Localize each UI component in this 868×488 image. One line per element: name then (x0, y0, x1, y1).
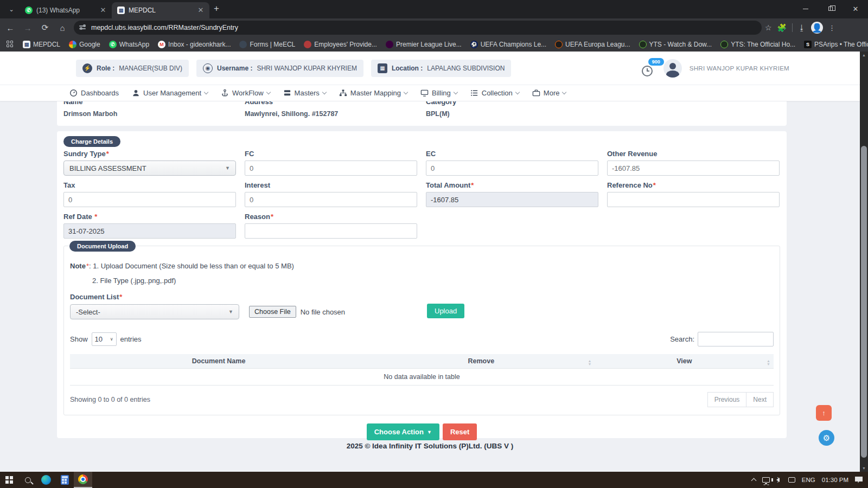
back-icon[interactable]: ← (3, 21, 17, 35)
bookmark-label: Forms | MeECL (250, 41, 295, 48)
entries-per-page-select[interactable]: 10∨ (92, 332, 117, 346)
column-header-remove[interactable]: Remove▲▼ (367, 357, 595, 365)
previous-page-button[interactable]: Previous (707, 392, 747, 407)
session-timer[interactable]: 900 (642, 60, 656, 76)
action-center-icon[interactable] (855, 477, 863, 483)
nav-user-management[interactable]: User Management (126, 85, 213, 101)
other-revenue-input[interactable] (607, 160, 780, 176)
site-settings-icon[interactable] (79, 24, 87, 31)
nav-billing[interactable]: Billing (415, 85, 463, 101)
scrollbar-down-arrow[interactable]: ▼ (860, 465, 868, 472)
tab-mepdcl[interactable]: ▤ MEPDCL ✕ (112, 2, 209, 18)
hidden-icons-chevron[interactable] (751, 478, 756, 484)
scrollbar-thumb[interactable] (861, 146, 867, 458)
sundry-entry-card: Charge Details Sundry Type* BILLING ASSE… (57, 131, 787, 438)
language-indicator[interactable]: ENG (802, 477, 815, 483)
close-tab-icon[interactable]: ✕ (99, 6, 107, 15)
close-window-button[interactable]: ✕ (843, 0, 868, 17)
home-icon[interactable]: ⌂ (55, 21, 69, 35)
search-input[interactable] (698, 332, 774, 346)
role-label: Role : (97, 65, 114, 72)
bookmark-star-icon[interactable]: ☆ (765, 23, 772, 32)
download-icon[interactable]: ⭳ (798, 23, 806, 32)
apps-grid-icon[interactable] (7, 41, 13, 48)
bookmark-label: Google (79, 41, 100, 48)
taskbar-search-icon[interactable] (18, 472, 37, 488)
column-header-view[interactable]: View▲▼ (595, 357, 774, 365)
consumer-name-field: Name Drimson Marboh (63, 101, 236, 118)
document-upload-badge: Document Upload (69, 241, 136, 252)
calculator-icon[interactable] (55, 472, 74, 488)
nav-masters[interactable]: Masters (278, 85, 331, 101)
chevron-down-icon: ∨ (110, 337, 113, 342)
bookmark-mepdcl[interactable]: ▤MEPDCL (20, 40, 63, 49)
upload-controls: -Select-▼ Choose File No file chosen Upl… (70, 304, 774, 320)
forward-icon[interactable]: → (21, 21, 35, 35)
bookmark-uefa-el[interactable]: UEFA Europa Leagu... (552, 40, 633, 49)
header-right: 900 SHRI WANJOP KUPAR KHYRIEM (642, 59, 789, 78)
interest-input[interactable] (245, 192, 417, 207)
bookmark-inbox[interactable]: MInbox - gideonkhark... (155, 40, 234, 49)
fc-input[interactable] (245, 160, 417, 176)
chevron-down-icon (266, 90, 270, 94)
bookmark-google[interactable]: Google (66, 40, 104, 49)
next-page-button[interactable]: Next (746, 392, 774, 407)
display-icon[interactable] (788, 477, 795, 483)
start-button[interactable] (0, 472, 18, 488)
settings-gear-button[interactable]: ⚙ (819, 430, 834, 446)
chevron-down-icon (404, 90, 408, 94)
page-scrollbar[interactable]: ▲ ▼ (860, 52, 868, 472)
chevron-down-icon (204, 90, 208, 94)
bookmark-forms-meecl[interactable]: Forms | MeECL (236, 40, 298, 49)
restore-button[interactable] (818, 0, 843, 17)
close-tab-icon[interactable]: ✕ (196, 6, 205, 15)
bookmark-psarips[interactable]: SPSArips • The Offici... (801, 40, 868, 49)
bookmark-yts-2[interactable]: YTS: The Official Ho... (717, 40, 799, 49)
clock-time[interactable]: 01:30 PM (822, 477, 848, 483)
tab-search-chevron-icon[interactable]: ⌄ (4, 2, 18, 16)
choose-file-button[interactable]: Choose File (249, 306, 296, 318)
briefcase-icon (532, 89, 540, 97)
column-header-document-name[interactable]: Document Name (70, 357, 367, 365)
bookmark-premier-league[interactable]: Premier League Live... (382, 40, 465, 49)
tab-whatsapp[interactable]: ✆ (13) WhatsApp ✕ (20, 2, 112, 18)
bookmark-whatsapp[interactable]: ✆WhatsApp (106, 40, 152, 49)
avatar[interactable] (663, 59, 682, 78)
sundry-type-select[interactable]: BILLING ASSESSMENT▼ (63, 160, 236, 176)
scroll-to-top-button[interactable]: ↑ (816, 405, 832, 421)
scrollbar-up-arrow[interactable]: ▲ (860, 52, 868, 59)
app-header: ⚡ Role : MANAGER(SUB DIV) ◉ Username : S… (0, 52, 860, 85)
nav-label: Collection (482, 89, 513, 97)
nav-collection[interactable]: Collection (465, 85, 525, 101)
nav-more[interactable]: More (527, 85, 572, 101)
edge-icon[interactable] (37, 472, 55, 488)
volume-icon[interactable] (776, 478, 780, 482)
network-icon[interactable] (762, 477, 770, 483)
minimize-button[interactable] (793, 0, 818, 17)
nav-workflow[interactable]: WorkFlow (215, 85, 276, 101)
reference-no-input[interactable] (607, 192, 780, 207)
ec-input[interactable] (426, 160, 598, 176)
menu-dots-icon[interactable]: ⋮ (828, 24, 835, 32)
reload-icon[interactable]: ⟳ (38, 21, 52, 35)
address-label: Address (245, 101, 417, 107)
nav-master-mapping[interactable]: Master Mapping (334, 85, 413, 101)
yts-icon (639, 41, 647, 48)
upload-button[interactable]: Upload (427, 304, 464, 318)
reason-input[interactable] (245, 223, 417, 239)
document-list-select[interactable]: -Select-▼ (70, 304, 239, 319)
nav-dashboards[interactable]: Dashboards (64, 85, 124, 101)
profile-avatar[interactable]: 👤 (811, 22, 823, 34)
choose-action-button[interactable]: Choose Action▼ (367, 423, 439, 440)
reset-button[interactable]: Reset (443, 423, 477, 440)
tax-input[interactable] (63, 192, 236, 207)
bookmark-yts-1[interactable]: YTS - Watch & Dow... (636, 40, 716, 49)
chrome-icon[interactable] (74, 472, 92, 488)
extensions-icon[interactable]: 🧩 (777, 23, 787, 32)
monitor-icon (420, 89, 429, 97)
address-bar[interactable]: mepdcl.ubs.ieasybill.com/RRMaster/Sundry… (74, 21, 762, 35)
bookmark-epf[interactable]: Employees' Provide... (301, 40, 380, 49)
new-tab-button[interactable]: + (214, 3, 219, 14)
bookmark-uefa-cl[interactable]: ⚽UEFA Champions Le... (467, 40, 550, 49)
total-amount-label: Total Amount (426, 181, 470, 189)
